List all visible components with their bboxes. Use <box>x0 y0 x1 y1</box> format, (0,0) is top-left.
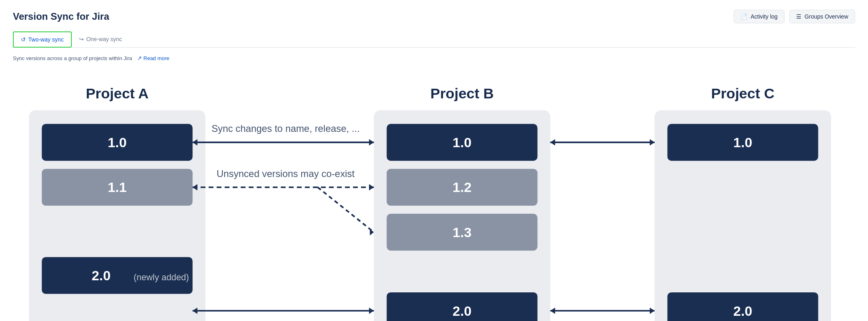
project-a-label: Project A <box>86 85 149 102</box>
top-bar: Version Sync for Jira 📄 Activity log ☰ G… <box>13 10 855 23</box>
groups-overview-label: Groups Overview <box>805 13 848 20</box>
annotation-sync-changes: Sync changes to name, release, ... <box>211 123 359 134</box>
read-more-label: Read more <box>144 55 169 61</box>
sync-icon: ↺ <box>21 36 26 43</box>
annotation-unsynced: Unsynced versions may co-exist <box>217 168 355 179</box>
tab-one-way-label: One-way sync <box>86 36 122 42</box>
arrow-unsynced-b-1.3 <box>318 187 374 232</box>
version-a-2.0-label: 2.0 <box>92 268 111 283</box>
top-actions: 📄 Activity log ☰ Groups Overview <box>734 10 855 23</box>
groups-overview-button[interactable]: ☰ Groups Overview <box>789 10 855 23</box>
document-icon: 📄 <box>741 13 747 20</box>
arrow-right-icon: ↪ <box>79 36 84 42</box>
activity-log-label: Activity log <box>751 13 778 20</box>
version-b-2.0-label: 2.0 <box>453 303 472 319</box>
list-icon: ☰ <box>796 13 801 20</box>
description-text: Sync versions across a group of projects… <box>13 55 132 61</box>
arrowhead-b-right-1.0 <box>369 139 374 146</box>
arrowhead-c-left-1.0 <box>650 139 655 146</box>
project-c-label: Project C <box>711 85 774 102</box>
version-a-2.0-badge: (newly added) <box>134 272 189 282</box>
version-c-1.0-label: 1.0 <box>733 135 752 150</box>
tab-two-way-label: Two-way sync <box>28 36 64 43</box>
version-c-2.0-label: 2.0 <box>733 303 752 319</box>
tab-one-way-sync[interactable]: ↪ One-way sync <box>72 31 129 48</box>
arrowhead-b-right-2.0 <box>369 308 374 314</box>
description-row: Sync versions across a group of projects… <box>13 55 855 61</box>
tabs-row: ↺ Two-way sync ↪ One-way sync <box>13 31 855 48</box>
diagram-container: Project A Project B Project C 1.0 1.1 2.… <box>13 74 855 321</box>
arrowhead-c-left-2.0 <box>650 308 655 314</box>
tab-two-way-sync[interactable]: ↺ Two-way sync <box>13 31 72 48</box>
version-b-1.2-label: 1.2 <box>453 179 472 195</box>
arrowhead-b-right-1.2 <box>369 184 374 190</box>
version-b-1.0-label: 1.0 <box>453 135 472 150</box>
project-b-label: Project B <box>430 85 494 102</box>
diagram-svg: Project A Project B Project C 1.0 1.1 2.… <box>13 74 855 321</box>
activity-log-button[interactable]: 📄 Activity log <box>734 10 785 23</box>
page-title: Version Sync for Jira <box>13 11 109 22</box>
arrowhead-b-right-c-1.0 <box>550 139 555 146</box>
external-link-icon: ↗ <box>137 55 142 61</box>
version-a-1.0-label: 1.0 <box>108 135 127 150</box>
read-more-link[interactable]: ↗ Read more <box>137 55 169 61</box>
version-a-1.1-label: 1.1 <box>108 179 127 195</box>
arrowhead-b-right-c-2.0 <box>550 308 555 314</box>
version-b-1.3-label: 1.3 <box>453 225 472 240</box>
